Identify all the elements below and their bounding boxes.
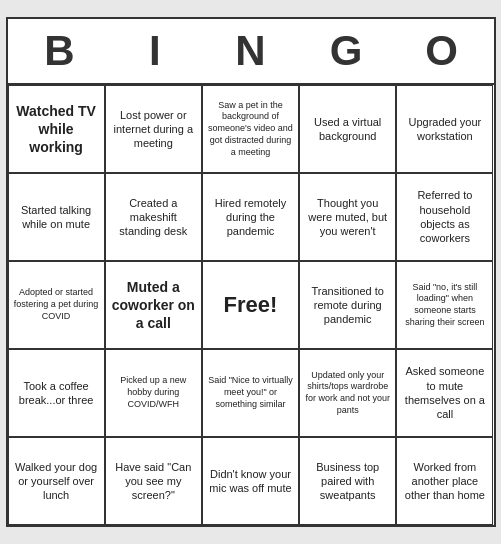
bingo-cell: Hired remotely during the pandemic xyxy=(202,173,299,261)
bingo-cell: Picked up a new hobby during COVID/WFH xyxy=(105,349,202,437)
bingo-cell: Have said "Can you see my screen?" xyxy=(105,437,202,525)
bingo-cell: Upgraded your workstation xyxy=(396,85,493,173)
bingo-cell: Transitioned to remote during pandemic xyxy=(299,261,396,349)
bingo-grid: Watched TV while workingLost power or in… xyxy=(8,83,494,525)
bingo-cell: Said "Nice to virtually meet you!" or so… xyxy=(202,349,299,437)
bingo-cell: Didn't know your mic was off mute xyxy=(202,437,299,525)
bingo-letter: B xyxy=(14,27,104,75)
bingo-cell: Started talking while on mute xyxy=(8,173,105,261)
bingo-letter: O xyxy=(397,27,487,75)
bingo-cell: Created a makeshift standing desk xyxy=(105,173,202,261)
bingo-letter: G xyxy=(301,27,391,75)
bingo-cell: Business top paired with sweatpants xyxy=(299,437,396,525)
bingo-cell: Took a coffee break...or three xyxy=(8,349,105,437)
bingo-cell: Updated only your shirts/tops wardrobe f… xyxy=(299,349,396,437)
bingo-cell: Said "no, it's still loading" when someo… xyxy=(396,261,493,349)
bingo-cell: Muted a coworker on a call xyxy=(105,261,202,349)
bingo-cell: Adopted or started fostering a pet durin… xyxy=(8,261,105,349)
bingo-header: BINGO xyxy=(8,19,494,83)
bingo-cell: Used a virtual background xyxy=(299,85,396,173)
bingo-cell: Worked from another place other than hom… xyxy=(396,437,493,525)
bingo-letter: N xyxy=(205,27,295,75)
bingo-cell: Lost power or internet during a meeting xyxy=(105,85,202,173)
bingo-cell: Free! xyxy=(202,261,299,349)
bingo-cell: Watched TV while working xyxy=(8,85,105,173)
bingo-card: BINGO Watched TV while workingLost power… xyxy=(6,17,496,527)
bingo-letter: I xyxy=(110,27,200,75)
bingo-cell: Asked someone to mute themselves on a ca… xyxy=(396,349,493,437)
bingo-cell: Referred to household objects as coworke… xyxy=(396,173,493,261)
bingo-cell: Thought you were muted, but you weren't xyxy=(299,173,396,261)
bingo-cell: Walked your dog or yourself over lunch xyxy=(8,437,105,525)
bingo-cell: Saw a pet in the background of someone's… xyxy=(202,85,299,173)
